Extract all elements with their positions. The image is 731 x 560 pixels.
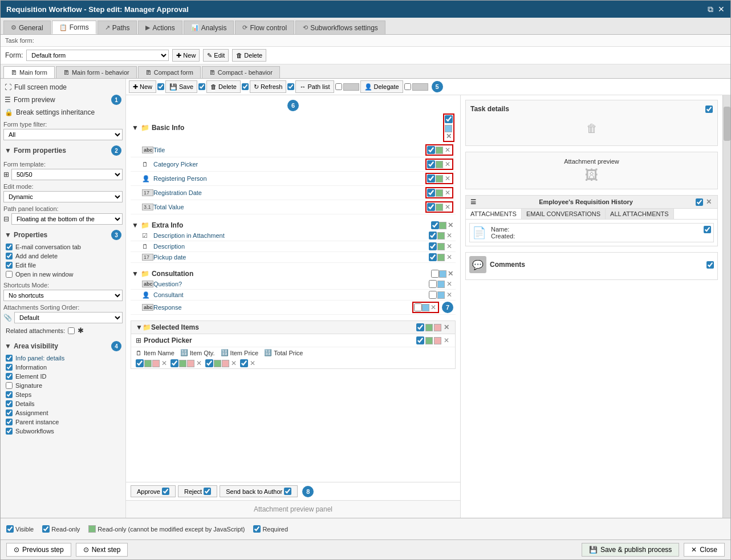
title-visible[interactable] — [427, 146, 435, 154]
emp-tab-attachments[interactable]: ATTACHMENTS — [466, 209, 522, 219]
task-details-visible[interactable] — [705, 105, 713, 113]
information-checkbox[interactable] — [6, 364, 13, 371]
properties-header[interactable]: ▼ Properties 3 — [3, 228, 123, 242]
pickup-visible[interactable] — [429, 253, 437, 261]
form-template-select[interactable]: 50/50 — [11, 169, 123, 180]
parent-instance-check[interactable]: Parent instance — [3, 417, 123, 427]
si-toggle[interactable]: ▼ — [136, 323, 143, 331]
pp-remove[interactable]: ✕ — [442, 336, 450, 344]
tab-general[interactable]: ⚙ General — [3, 21, 51, 34]
information-check[interactable]: Information — [3, 363, 123, 372]
form-preview-item[interactable]: ☰ Form preview 1 — [3, 93, 123, 107]
reject-checkbox[interactable] — [204, 488, 211, 495]
regdate-visible[interactable] — [427, 189, 435, 197]
save-publish-button[interactable]: 💾 Save & publish process — [582, 543, 679, 557]
basic-info-visible[interactable] — [445, 115, 453, 123]
description-visible[interactable] — [429, 242, 437, 250]
new-form-button[interactable]: ✚ New — [172, 49, 200, 62]
emp-tab-email[interactable]: EMAIL CONVERSATIONS — [522, 209, 606, 219]
response-remove[interactable]: ✕ — [429, 303, 437, 311]
response-visible[interactable] — [414, 303, 422, 311]
info-panel-checkbox[interactable] — [6, 355, 13, 362]
basic-info-toggle[interactable]: ▼ — [132, 124, 139, 132]
si-c2-x[interactable]: ✕ — [195, 359, 203, 367]
totalvalue-visible[interactable] — [427, 203, 435, 211]
extra-info-remove[interactable]: ✕ — [446, 221, 454, 229]
tab-paths[interactable]: ↗ Paths — [98, 21, 137, 34]
element-id-check[interactable]: Element ID — [3, 372, 123, 381]
emp-tab-all-attachments[interactable]: ALL ATTACHMENTS — [606, 209, 673, 219]
extra-info-visible[interactable] — [431, 221, 439, 229]
tab-subworkflows[interactable]: ⟲ Subworkflows settings — [295, 21, 385, 34]
email-conversation-check[interactable]: E-mail conversation tab — [3, 242, 123, 251]
restore-button[interactable]: ⧉ — [708, 5, 713, 14]
steps-checkbox[interactable] — [6, 391, 13, 398]
si-c1-vis[interactable] — [136, 359, 144, 367]
subworkflows-checkbox[interactable] — [6, 428, 13, 435]
parent-instance-checkbox[interactable] — [6, 419, 13, 425]
signature-check[interactable]: Signature — [3, 381, 123, 390]
desc-attach-visible[interactable] — [429, 232, 437, 240]
si-c4-vis[interactable] — [240, 359, 248, 367]
area-visibility-header[interactable]: ▼ Area visibility 4 — [3, 339, 123, 354]
save-checkbox[interactable] — [198, 83, 205, 90]
add-delete-checkbox[interactable] — [6, 253, 13, 259]
toolbar-delegate-button[interactable]: 👤 Delegate — [360, 80, 403, 93]
tab-actions[interactable]: ▶ Actions — [138, 21, 182, 34]
category-remove[interactable]: ✕ — [444, 160, 452, 168]
tab-forms[interactable]: 📋 Forms — [52, 21, 96, 34]
consultation-visible[interactable] — [431, 270, 439, 278]
form-properties-header[interactable]: ▼ Form properties 2 — [3, 143, 123, 158]
send-back-button[interactable]: Send back to Author — [220, 485, 298, 497]
basic-info-remove[interactable]: ✕ — [445, 132, 453, 140]
emp-item-visible[interactable] — [704, 226, 711, 233]
si-c2-vis[interactable] — [170, 359, 178, 367]
send-back-checkbox[interactable] — [284, 488, 291, 495]
registering-visible[interactable] — [427, 175, 435, 182]
consultant-remove[interactable]: ✕ — [445, 291, 453, 299]
tab-analysis[interactable]: 📊 Analysis — [184, 21, 234, 34]
full-screen-mode[interactable]: ⛶ Full screen mode — [3, 82, 123, 93]
delete-form-button[interactable]: 🗑 Delete — [232, 49, 266, 62]
previous-step-button[interactable]: ⊙ Previous step — [6, 543, 71, 557]
regdate-remove[interactable]: ✕ — [444, 189, 452, 197]
si-c3-vis[interactable] — [205, 359, 213, 367]
signature-checkbox[interactable] — [6, 382, 13, 389]
si-visible[interactable] — [416, 323, 424, 331]
shortcuts-select[interactable]: No shortcuts — [3, 290, 123, 301]
path-panel-select[interactable]: Floating at the bottom of the — [11, 213, 123, 225]
scroll-thumb[interactable] — [724, 107, 730, 141]
tab-flowcontrol[interactable]: ⟳ Flow control — [235, 21, 294, 34]
element-id-checkbox[interactable] — [6, 373, 13, 380]
comments-visible[interactable] — [706, 261, 714, 269]
consultation-remove[interactable]: ✕ — [446, 270, 454, 278]
category-visible[interactable] — [427, 160, 435, 168]
details-checkbox[interactable] — [6, 400, 13, 407]
toolbar-pathlist-button[interactable]: ↔ Path list — [295, 80, 334, 93]
delegate-checkbox[interactable] — [404, 83, 411, 90]
pathlist-checkbox[interactable] — [335, 83, 342, 90]
open-new-window-checkbox[interactable] — [6, 271, 13, 278]
si-remove[interactable]: ✕ — [442, 323, 450, 331]
related-attachments-checkbox[interactable] — [68, 327, 75, 334]
desc-attach-remove[interactable]: ✕ — [445, 232, 453, 240]
totalvalue-remove[interactable]: ✕ — [444, 203, 452, 211]
edit-form-button[interactable]: ✎ Edit — [203, 49, 229, 62]
registering-remove[interactable]: ✕ — [444, 175, 452, 182]
refresh-checkbox[interactable] — [287, 83, 294, 90]
details-check[interactable]: Details — [3, 399, 123, 408]
si-c1-x[interactable]: ✕ — [160, 359, 168, 367]
subworkflows-check[interactable]: Subworkflows — [3, 427, 123, 436]
steps-check[interactable]: Steps — [3, 390, 123, 399]
si-c3-x[interactable]: ✕ — [230, 359, 238, 367]
add-delete-check[interactable]: Add and delete — [3, 251, 123, 261]
info-panel-check[interactable]: Info panel: details — [3, 354, 123, 363]
reject-button[interactable]: Reject — [178, 485, 217, 497]
edit-mode-select[interactable]: Dynamic — [3, 191, 123, 202]
edit-file-check[interactable]: Edit file — [3, 261, 123, 270]
sub-tab-compact-behavior[interactable]: 🖹 Compact - behavior — [202, 66, 280, 78]
question-visible[interactable] — [429, 280, 437, 288]
attachments-select[interactable]: Default — [14, 312, 123, 323]
new-checkbox[interactable] — [157, 83, 164, 90]
assignment-checkbox[interactable] — [6, 409, 13, 416]
